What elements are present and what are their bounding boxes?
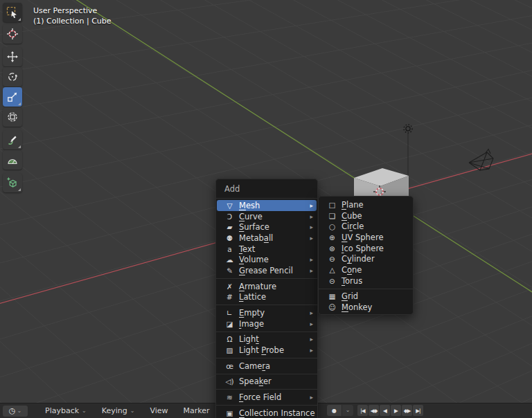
menu-item-label: Circle	[342, 221, 409, 231]
grid-icon: ▦	[327, 292, 337, 300]
jump-to-start-button[interactable]: |◀	[357, 405, 368, 416]
menu-item-label: Armature	[239, 282, 313, 291]
menu-item-uv-sphere[interactable]: ⊕UV Sphere	[319, 232, 413, 243]
menu-item-label: Cylinder	[342, 254, 409, 264]
menu-item-collection-instance[interactable]: ▣Collection Instance▸	[216, 408, 317, 418]
menu-item-volume[interactable]: ☁Volume▸	[216, 254, 317, 265]
menu-item-monkey[interactable]: ☺Monkey	[319, 302, 413, 313]
timeline-menu-keying[interactable]: Keying⌄	[94, 406, 143, 415]
menu-item-label: Image	[239, 319, 307, 329]
jump-to-next-keyframe-button[interactable]: ◆▶	[402, 405, 412, 416]
menu-item-plane[interactable]: □Plane	[319, 199, 413, 210]
menu-separator	[216, 356, 317, 361]
annotate-tool-button[interactable]	[3, 130, 22, 149]
timeline-menus: Playback⌄Keying⌄ViewMarker	[37, 406, 218, 415]
menu-item-metaball[interactable]: ⚉Metaball▸	[216, 233, 317, 244]
image-icon: ◪	[224, 320, 235, 328]
plane-icon: □	[327, 201, 337, 209]
rotate-icon	[6, 71, 19, 83]
torus-icon: ⊝	[327, 277, 337, 285]
light-object[interactable]	[404, 125, 412, 185]
text-icon: a	[224, 245, 235, 253]
menu-item-label: Light Probe	[239, 345, 307, 355]
menu-item-cone[interactable]: △Cone	[319, 264, 413, 275]
menu-item-lattice[interactable]: #Lattice	[216, 292, 317, 303]
menu-item-mesh[interactable]: ▽Mesh▸	[217, 200, 317, 211]
menu-item-curve[interactable]: ƆCurve▸	[216, 211, 317, 222]
submenu-arrow-icon: ▸	[310, 213, 313, 220]
play-button[interactable]: ▶	[391, 405, 401, 416]
menu-item-light-probe[interactable]: ▨Light Probe▸	[216, 345, 317, 356]
menu-separator	[216, 276, 317, 281]
camera-object[interactable]	[469, 149, 493, 171]
submenu-arrow-icon: ▸	[310, 235, 313, 242]
menu-item-light[interactable]: ΩLight▸	[216, 334, 317, 345]
menu-item-label: Mesh	[239, 201, 307, 210]
submenu-arrow-icon: ▸	[310, 394, 313, 401]
menu-item-label: Light	[239, 334, 307, 344]
light-icon: Ω	[224, 335, 235, 343]
editor-type-selector[interactable]: ◷ ⌄	[3, 406, 28, 417]
menu-item-label: Curve	[239, 212, 307, 221]
menu-item-cylinder[interactable]: ⊖Cylinder	[319, 253, 413, 264]
measure-tool-button[interactable]	[3, 150, 22, 170]
curve-icon: Ɔ	[224, 212, 235, 221]
menu-item-text[interactable]: aText	[216, 244, 317, 255]
timeline-menu-playback[interactable]: Playback⌄	[37, 406, 94, 415]
force-field-icon: ≋	[224, 393, 235, 401]
menu-separator	[216, 198, 317, 199]
submenu-arrow-icon: ▸	[317, 410, 318, 417]
select-box-icon	[6, 6, 19, 19]
auto-keying-options-button[interactable]: ⌄	[342, 405, 353, 416]
menu-item-label: Volume	[239, 255, 307, 264]
menu-separator	[216, 387, 317, 392]
timeline-menu-view[interactable]: View	[142, 406, 175, 415]
jump-to-prev-keyframe-button[interactable]: ◀◆	[369, 405, 379, 416]
add-menu-title: Add	[216, 179, 317, 196]
metaball-icon: ⚉	[224, 234, 235, 242]
rotate-tool-button[interactable]	[3, 67, 22, 87]
add-menu: Add ▽Mesh▸ƆCurve▸▰Surface▸⚉Metaball▸aTex…	[215, 179, 318, 418]
scale-tool-button[interactable]	[3, 87, 22, 107]
move-tool-button[interactable]	[3, 47, 22, 66]
chevron-down-icon: ⌄	[346, 408, 351, 413]
view-perspective-label: User Perspective	[33, 6, 112, 16]
menu-item-circle[interactable]: ○Circle	[319, 221, 413, 232]
menu-item-force-field[interactable]: ≋Force Field▸	[216, 392, 317, 403]
jump-to-next-keyframe-icon: ◆▶	[404, 408, 411, 414]
playback-controls: ● ⌄ |◀◀◆◀▶◆▶▶|	[327, 405, 423, 416]
auto-keying-button[interactable]: ●	[327, 405, 342, 416]
menu-item-torus[interactable]: ⊝Torus	[319, 275, 413, 287]
measure-icon	[6, 154, 19, 166]
menu-separator	[216, 403, 317, 408]
cone-icon: △	[327, 266, 337, 274]
mesh-submenu: □Plane❏Cube○Circle⊕UV Sphere⊛Ico Sphere⊖…	[318, 196, 414, 315]
transform-icon	[6, 111, 19, 123]
menu-item-armature[interactable]: ✗Armature	[216, 281, 317, 292]
grease-pencil-icon: ✎	[224, 266, 235, 275]
menu-item-grid[interactable]: ▦Grid	[319, 291, 413, 302]
timeline-menu-marker[interactable]: Marker	[176, 406, 218, 415]
jump-to-end-icon: ▶|	[416, 408, 420, 414]
clock-icon: ◷	[9, 406, 16, 415]
menu-item-ico-sphere[interactable]: ⊛Ico Sphere	[319, 243, 413, 254]
monkey-icon: ☺	[327, 303, 337, 311]
armature-icon: ✗	[224, 282, 235, 291]
menu-item-camera[interactable]: œCamera	[216, 361, 317, 372]
active-object-breadcrumb: (1) Collection | Cube	[33, 16, 112, 26]
menu-item-image[interactable]: ◪Image▸	[216, 318, 317, 329]
menu-item-speaker[interactable]: ◁)Speaker	[216, 376, 317, 388]
transform-tool-button[interactable]	[3, 107, 22, 127]
jump-to-end-button[interactable]: ▶|	[413, 405, 423, 416]
cylinder-icon: ⊖	[327, 255, 337, 263]
menu-item-label: Speaker	[239, 376, 313, 386]
menu-item-surface[interactable]: ▰Surface▸	[216, 221, 317, 233]
select-box-tool-button[interactable]	[3, 3, 22, 22]
add-cube-tool-button[interactable]	[3, 173, 22, 192]
menu-item-empty[interactable]: ∟Empty▸	[216, 307, 317, 318]
menu-item-label: Plane	[342, 200, 409, 210]
menu-item-cube[interactable]: ❏Cube	[319, 210, 413, 221]
menu-item-grease-pencil[interactable]: ✎Grease Pencil▸	[216, 265, 317, 276]
play-reverse-button[interactable]: ◀	[380, 405, 390, 416]
cursor-tool-button[interactable]	[3, 24, 22, 44]
